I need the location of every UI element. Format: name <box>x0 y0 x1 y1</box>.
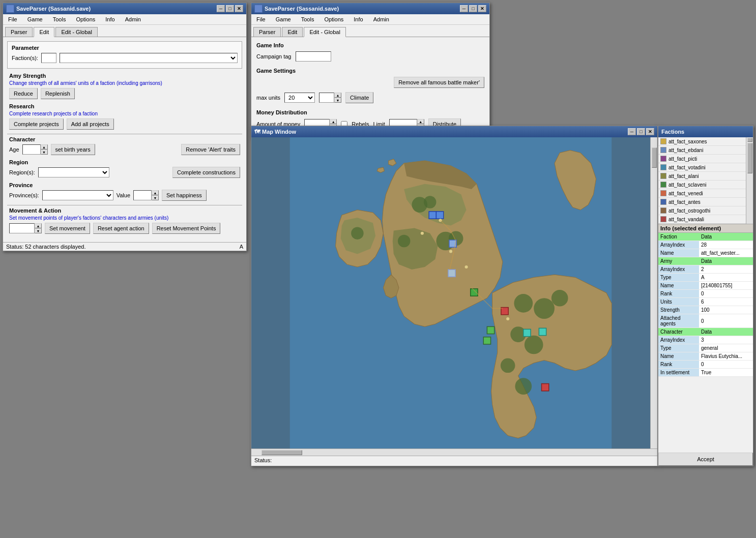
complete-constructions-btn[interactable]: Complete constructions <box>172 167 240 178</box>
factions-scrollbar[interactable] <box>746 137 753 224</box>
faction-list-item[interactable]: att_fact_ostrogothi <box>658 206 746 215</box>
climate-btn[interactable]: Climate <box>345 92 373 103</box>
menu-options-left[interactable]: Options <box>73 15 98 23</box>
map-scrollbar-h-thumb[interactable] <box>261 450 302 455</box>
climate-up-btn[interactable]: ▲ <box>334 93 341 98</box>
province-value-input[interactable]: 100 <box>133 190 152 200</box>
tab-edit-global-right[interactable]: Edit - Global <box>304 27 346 37</box>
tab-edit-global-left[interactable]: Edit - Global <box>55 27 98 37</box>
faction-list-item[interactable]: att_fact_votadini <box>658 163 746 172</box>
map-close-btn[interactable]: ✕ <box>646 128 654 135</box>
info-row-value: [2140801755] <box>699 282 753 290</box>
research-buttons: Complete projects Add all projects <box>9 118 240 130</box>
accept-btn[interactable]: Accept <box>658 453 753 466</box>
map-scrollbar-v-thumb[interactable] <box>652 147 657 168</box>
tab-edit-right[interactable]: Edit <box>282 27 303 37</box>
menu-admin-right[interactable]: Admin <box>370 15 392 23</box>
faction-color-swatch <box>660 207 666 214</box>
faction-list-item[interactable]: att_fact_venedi <box>658 189 746 198</box>
map-scrollbar-h[interactable] <box>251 449 657 456</box>
faction-name: att_fact_sclaveni <box>668 182 744 188</box>
region-label: Region <box>9 159 240 165</box>
menu-info-right[interactable]: Info <box>351 15 366 23</box>
remove-famous-battle-btn[interactable]: Remove all famous battle maker' <box>394 77 484 88</box>
parameter-row: Faction(s): 0 <box>12 53 238 63</box>
faction-color-swatch <box>660 199 666 205</box>
faction-list-item[interactable]: att_fact_picti <box>658 155 746 163</box>
menu-info-left[interactable]: Info <box>102 15 118 23</box>
tab-edit-left[interactable]: Edit <box>34 27 54 37</box>
right-restore-btn[interactable]: □ <box>469 5 477 12</box>
age-up-btn[interactable]: ▲ <box>41 144 48 150</box>
info-row-label: Rank <box>658 361 699 369</box>
menu-file-right[interactable]: File <box>253 15 269 23</box>
info-row-value: Data <box>699 257 753 265</box>
age-input[interactable]: 20 <box>22 144 41 155</box>
tab-parser-right[interactable]: Parser <box>253 27 281 37</box>
complete-projects-btn[interactable]: Complete projects <box>9 118 64 130</box>
menu-file-left[interactable]: File <box>5 15 20 23</box>
age-spinbox: 20 ▲ ▼ <box>22 144 48 155</box>
tab-parser-left[interactable]: Parser <box>5 27 33 37</box>
menu-tools-right[interactable]: Tools <box>298 15 317 23</box>
map-minimize-btn[interactable]: ─ <box>628 128 636 135</box>
movement-value-input[interactable]: 8000 <box>9 223 35 233</box>
province-down-btn[interactable]: ▼ <box>152 195 159 200</box>
info-row-value: general <box>699 344 753 352</box>
menu-options-right[interactable]: Options <box>321 15 346 23</box>
map-area[interactable] <box>251 137 650 449</box>
faction-list-item[interactable]: att_fact_saxones <box>658 137 746 146</box>
region-select[interactable] <box>38 167 109 177</box>
age-down-btn[interactable]: ▼ <box>41 150 48 155</box>
set-happiness-btn[interactable]: Set happiness <box>162 190 207 201</box>
province-up-btn[interactable]: ▲ <box>152 190 159 195</box>
movement-down-btn[interactable]: ▼ <box>35 228 42 233</box>
set-movement-btn[interactable]: Set movement <box>45 223 90 234</box>
faction-name: att_fact_venedi <box>668 191 744 196</box>
info-row-label: Army <box>658 257 699 265</box>
info-row-value: 2 <box>699 265 753 274</box>
faction-label: Faction(s): <box>12 55 38 61</box>
info-row-value: 100 <box>699 306 753 314</box>
campaign-tag-input[interactable]: att <box>296 51 331 62</box>
menu-game-right[interactable]: Game <box>273 15 294 23</box>
add-all-projects-btn[interactable]: Add all projects <box>67 118 114 130</box>
faction-list-item[interactable]: att_fact_sclaveni <box>658 181 746 189</box>
menu-game-left[interactable]: Game <box>24 15 46 23</box>
research-section: Research Complete research projects of a… <box>7 103 242 130</box>
reset-movement-points-btn[interactable]: Reset Movement Points <box>152 223 221 234</box>
faction-list-item[interactable]: att_fact_ebdani <box>658 146 746 155</box>
left-minimize-btn[interactable]: ─ <box>217 5 225 12</box>
faction-select[interactable] <box>60 53 238 63</box>
svg-rect-25 <box>448 270 455 277</box>
right-minimize-btn[interactable]: ─ <box>460 5 468 12</box>
menu-admin-left[interactable]: Admin <box>122 15 144 23</box>
faction-list-item[interactable]: att_fact_vandali <box>658 215 746 224</box>
faction-list-item[interactable]: att_fact_alani <box>658 172 746 181</box>
map-restore-btn[interactable]: □ <box>637 128 645 135</box>
reset-agent-action-btn[interactable]: Reset agent action <box>93 223 149 234</box>
left-restore-btn[interactable]: □ <box>226 5 234 12</box>
army-strength-desc: Change strength of all armies' units of … <box>9 80 240 86</box>
faction-list-item[interactable]: att_fact_antes <box>658 198 746 206</box>
climate-down-btn[interactable]: ▼ <box>334 98 341 103</box>
limit-up-btn[interactable]: ▲ <box>417 119 424 124</box>
map-scrollbar-v[interactable] <box>650 137 657 449</box>
left-close-btn[interactable]: ✕ <box>235 5 243 12</box>
right-close-btn[interactable]: ✕ <box>478 5 486 12</box>
faction-input[interactable]: 0 <box>41 53 56 63</box>
remove-alert-traits-btn[interactable]: Remove 'Alert' traits <box>181 144 240 155</box>
army-strength-section: Amy Strength Change strength of all armi… <box>7 73 242 99</box>
amount-up-btn[interactable]: ▲ <box>330 119 337 124</box>
game-info-label: Game Info <box>256 42 484 48</box>
faction-color-swatch <box>660 216 666 222</box>
climate-input[interactable]: 2 <box>319 93 334 103</box>
reduce-btn[interactable]: Reduce <box>9 88 38 99</box>
set-birth-years-btn[interactable]: set birth years <box>51 144 95 155</box>
province-select[interactable] <box>42 190 113 200</box>
movement-up-btn[interactable]: ▲ <box>35 223 42 228</box>
replenish-btn[interactable]: Replenish <box>41 88 75 99</box>
menu-tools-left[interactable]: Tools <box>50 15 69 23</box>
max-units-select[interactable]: 20 <box>284 93 315 103</box>
info-row-value: 0 <box>699 290 753 298</box>
